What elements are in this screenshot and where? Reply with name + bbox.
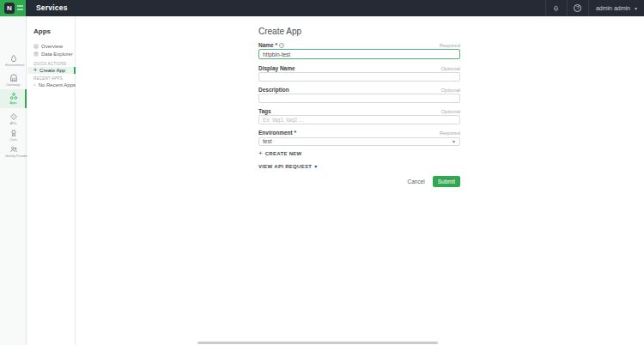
sidebar-title: Apps [33, 27, 51, 35]
create-new-link[interactable]: + CREATE NEW [258, 150, 302, 157]
view-api-request-toggle[interactable]: VIEW API REQUEST ▾ [258, 163, 317, 169]
environment-value: test [259, 138, 453, 144]
gateway-icon [9, 74, 18, 82]
data-explorer-icon [33, 51, 39, 57]
description-label-row: Description Optional [258, 87, 460, 94]
name-label: Name *i [258, 42, 284, 48]
optional-badge: Optional [441, 109, 460, 114]
module-nav-rail: Environments Gateways Apps APIs [0, 16, 27, 345]
help-icon: ? [574, 4, 581, 12]
sidebar-item-label: Create App [39, 68, 65, 73]
rail-label: APIs [5, 122, 21, 125]
page-title: Create App [258, 27, 301, 36]
name-input[interactable] [258, 49, 460, 59]
tags-input[interactable] [258, 115, 460, 124]
recent-apps-header: RECENT APPS [33, 76, 63, 81]
nginx-n-icon: N [4, 3, 15, 14]
apps-icon [9, 92, 18, 100]
certificate-icon [9, 129, 18, 137]
sidebar-item-data-explorer[interactable]: Data Explorer [27, 51, 76, 58]
bell-icon [552, 4, 560, 12]
rail-label: Certs [5, 138, 21, 142]
plus-icon: + [33, 67, 37, 73]
page: N Services ? admin admin ▾ [0, 0, 644, 345]
notifications-button[interactable] [545, 0, 567, 16]
nginx-logo[interactable]: N [0, 0, 26, 16]
help-button[interactable]: ? [567, 0, 588, 16]
rail-label: Gateways [5, 83, 21, 87]
rail-item-certs[interactable]: Certs [0, 126, 27, 143]
sidebar-item-label: Data Explorer [41, 51, 73, 57]
rail-item-gateways[interactable]: Gateways [0, 71, 27, 88]
user-name: admin admin [596, 5, 630, 11]
environment-label-row: Environment * Required [258, 130, 460, 136]
droplet-icon [9, 54, 18, 63]
display-name-label: Display Name [258, 65, 295, 71]
optional-badge: Optional [441, 88, 460, 93]
overview-icon [33, 44, 39, 49]
app-title: Services [36, 0, 68, 16]
display-name-label-row: Display Name Optional [258, 65, 460, 72]
environment-select[interactable]: test ▾ [258, 137, 460, 147]
rail-label: Environments [5, 64, 21, 67]
rail-item-apps[interactable]: Apps [0, 89, 27, 108]
sidebar-item-overview[interactable]: Overview [27, 42, 76, 50]
rail-item-environments[interactable]: Environments [0, 51, 27, 69]
menu-lines-icon [17, 5, 23, 12]
submit-button[interactable]: Submit [433, 176, 460, 187]
topbar-right: ? admin admin ▾ [545, 0, 644, 16]
cancel-button[interactable]: Cancel [408, 179, 425, 185]
chevron-down-icon: ▾ [453, 138, 455, 144]
user-menu[interactable]: admin admin ▾ [588, 0, 644, 16]
description-input[interactable] [258, 94, 460, 103]
create-new-label: CREATE NEW [265, 151, 302, 156]
clock-icon [33, 82, 36, 88]
required-badge: Required [440, 130, 460, 136]
rail-label: Apps [5, 101, 21, 105]
form-actions: Cancel Submit [258, 176, 460, 187]
sidebar-item-label: No Recent Apps [39, 82, 76, 88]
chevron-down-icon: ▾ [314, 163, 317, 169]
display-name-input[interactable] [258, 72, 460, 82]
horizontal-scrollbar[interactable] [197, 342, 438, 344]
chevron-down-icon: ▾ [635, 5, 637, 11]
rail-label: Identity Providers [5, 154, 21, 158]
people-icon [9, 145, 18, 154]
optional-badge: Optional [441, 66, 460, 71]
sidebar-item-label: Overview [41, 44, 63, 49]
info-icon[interactable]: i [279, 43, 284, 48]
apps-sidebar: Apps Overview Data Explorer QUICK ACTION… [27, 16, 76, 345]
sidebar-item-no-recent-apps: No Recent Apps [27, 82, 76, 89]
tags-label-row: Tags Optional [258, 108, 460, 115]
sidebar-item-create-app[interactable]: + Create App [27, 67, 76, 74]
name-label-row: Name *i Required [258, 42, 460, 49]
description-label: Description [258, 87, 289, 93]
topbar: N Services ? admin admin ▾ [0, 0, 644, 16]
rail-item-apis[interactable]: APIs [0, 110, 27, 127]
plus-icon: + [258, 150, 263, 157]
view-api-request-label: VIEW API REQUEST [258, 164, 312, 169]
tags-label: Tags [258, 108, 271, 114]
required-badge: Required [440, 43, 460, 48]
diamond-icon [9, 112, 18, 121]
rail-item-identity-providers[interactable]: Identity Providers [0, 142, 27, 160]
environment-label: Environment * [258, 130, 296, 136]
quick-actions-header: QUICK ACTIONS [33, 62, 66, 66]
